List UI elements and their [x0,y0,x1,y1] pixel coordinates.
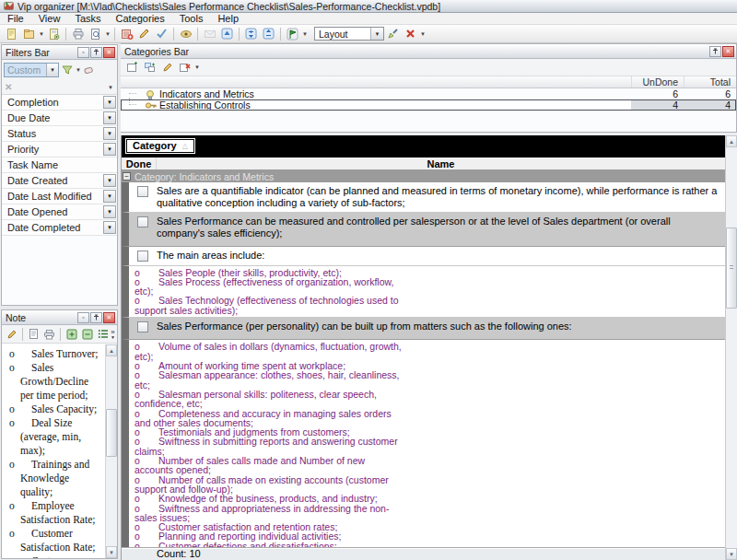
category-group-row[interactable]: − Category: Indicators and Metrics [122,170,725,182]
task-row[interactable]: Sales Performance (per personality) can … [122,318,725,341]
column-done[interactable]: Done [122,158,157,169]
filter-dropdown-button[interactable]: ▼ [103,111,116,124]
note-close-icon[interactable]: ✕ [103,312,115,323]
collapse-all-icon[interactable] [260,26,277,41]
note-edit-icon[interactable] [4,327,19,342]
edit-task-icon[interactable] [135,26,153,41]
task-checkbox[interactable] [137,186,148,197]
filter-row[interactable]: Date Completed ▼ [2,220,117,236]
remove-filter-icon[interactable]: ✕ [5,82,12,92]
task-row[interactable]: Sales are a quantifiable indicator (can … [122,182,725,213]
new-item-icon[interactable] [3,26,20,41]
filters-bar-header[interactable]: Filters Bar ▫ ✕ [2,45,117,60]
note-bullets-row[interactable]: oVolume of sales in dollars (dynamics, f… [122,340,725,547]
filters-pin-icon[interactable] [90,47,102,58]
collapse-group-icon[interactable]: − [123,172,131,181]
menu-item-tasks[interactable]: Tasks [67,13,108,25]
open-dropdown[interactable]: ▼ [38,31,45,37]
delete-category-icon[interactable] [176,60,193,76]
categories-close-icon[interactable]: ✕ [722,46,734,57]
note-export-icon[interactable] [64,327,79,342]
filter-dropdown-button[interactable]: ▼ [103,190,116,203]
column-name[interactable]: Name [157,158,725,169]
filter-row[interactable]: Task Name [2,158,117,173]
group-by-category-button[interactable]: Category △ [125,138,195,154]
layout-overflow-dropdown[interactable]: ▼ [419,31,427,37]
grid-scroll-up-icon[interactable]: ▲ [726,135,737,147]
customize-layout-icon[interactable] [384,26,402,41]
edit-category-icon[interactable] [158,60,176,76]
filter-row[interactable]: Date Opened ▼ [2,204,117,220]
note-scroll-down-icon[interactable]: ▼ [106,546,117,558]
column-undone[interactable]: UnDone [631,76,684,88]
grid-scrollbar[interactable]: ▲ ▼ [725,135,737,560]
note-scrollbar[interactable]: ▲ ▼ [105,344,117,558]
filter-row[interactable]: Status ▼ [2,126,117,142]
open-icon[interactable] [20,26,38,41]
filter-row[interactable]: Due Date ▼ [2,111,117,126]
filter-dropdown-button[interactable]: ▼ [103,221,116,234]
filters-maximize-icon[interactable]: ▫ [77,47,89,58]
new-task-icon[interactable] [118,26,135,41]
filter-dropdown-button[interactable]: ▼ [103,143,116,156]
clear-filter-icon[interactable] [82,63,98,78]
new-category-icon[interactable] [123,60,141,76]
print-preview-icon[interactable] [87,26,104,41]
filter-preset-combobox[interactable]: Custom ▼ [4,63,59,77]
column-total[interactable]: Total [684,76,736,88]
task-checkbox[interactable] [137,321,148,332]
note-bullets-row[interactable]: oSales People (their skills, productivit… [122,266,725,318]
task-row[interactable]: Sales Performance can be measured and co… [122,213,725,247]
note-pin-icon[interactable] [90,312,102,323]
complete-task-icon[interactable] [153,26,170,41]
categories-overflow-dropdown[interactable]: ▼ [193,64,201,70]
filter-row[interactable]: Completion ▼ [2,95,117,111]
menu-item-help[interactable]: Help [210,13,246,25]
filters-overflow-dropdown[interactable]: ▼ [107,85,114,90]
print-dropdown[interactable]: ▼ [104,31,111,37]
layout-combo-arrow[interactable]: ▼ [370,28,383,40]
flag-dropdown[interactable]: ▼ [301,31,309,37]
note-overflow-button[interactable]: »▼ [111,329,115,340]
filter-dropdown-button[interactable]: ▼ [103,174,116,187]
filter-preset-arrow[interactable]: ▼ [46,64,58,76]
note-content[interactable]: oSales Turnover;oSales Growth/Decline pe… [2,344,105,558]
layout-combobox[interactable]: Layout ▼ [314,27,384,41]
note-print-icon[interactable] [41,327,57,342]
filter-dropdown-button[interactable]: ▼ [103,127,116,140]
move-up-icon[interactable] [218,26,236,41]
category-row[interactable]: Establishing Controls 4 4 [121,99,736,111]
filter-dropdown-button[interactable]: ▼ [103,96,116,109]
expand-all-icon[interactable] [242,26,260,41]
filter-row[interactable]: Date Created ▼ [2,173,117,189]
task-row[interactable]: The main areas include: [122,247,725,266]
menu-item-categories[interactable]: Categories [109,13,172,25]
note-scroll-thumb[interactable] [106,409,117,457]
view-notes-icon[interactable] [177,26,194,41]
flag-filter-icon[interactable] [284,26,301,41]
new-subcategory-icon[interactable] [141,60,158,76]
filters-close-icon[interactable]: ✕ [103,47,115,58]
grid-scroll-down-icon[interactable]: ▼ [726,548,737,560]
note-import-icon[interactable] [79,327,95,342]
apply-filter-dropdown[interactable]: ▼ [75,67,82,73]
filter-row[interactable]: Priority ▼ [2,142,117,158]
title-bar[interactable]: Vip organizer [M:\Vlad\Checklists\Sales … [0,0,737,13]
category-row[interactable]: Indicators and Metrics 6 6 [121,88,736,99]
categories-bar-header[interactable]: Categories Bar ✕ [121,44,736,59]
filter-row[interactable]: Date Last Modified ▼ [2,189,117,204]
apply-filter-icon[interactable] [59,63,75,78]
task-checkbox[interactable] [137,251,148,262]
note-list-icon[interactable] [95,327,111,342]
note-header[interactable]: Note ▫ ✕ [2,310,117,325]
grid-scroll-thumb[interactable] [726,228,737,309]
note-page-icon[interactable] [26,327,41,342]
task-checkbox[interactable] [137,216,148,228]
filter-dropdown-button[interactable]: ▼ [103,205,116,218]
menu-item-view[interactable]: View [31,13,68,25]
menu-item-tools[interactable]: Tools [172,13,211,25]
send-mail-icon[interactable] [201,26,218,41]
note-scroll-up-icon[interactable]: ▲ [106,344,117,356]
print-icon[interactable] [69,26,87,41]
save-icon[interactable] [45,26,63,41]
